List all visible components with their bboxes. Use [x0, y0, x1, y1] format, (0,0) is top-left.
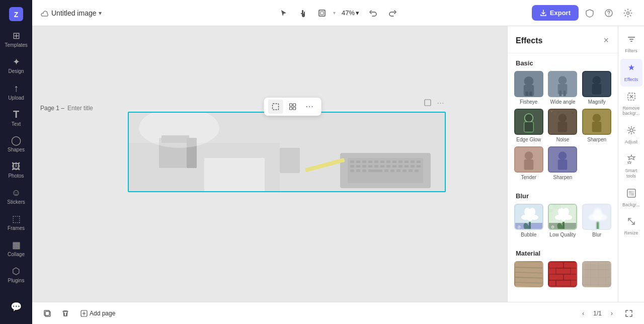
effect-tender[interactable]: Tender: [514, 146, 544, 180]
svg-point-83: [593, 114, 601, 122]
svg-point-59: [524, 76, 534, 86]
svg-rect-135: [564, 286, 577, 287]
effect-edgeglow[interactable]: Edge Glow: [514, 109, 544, 142]
rt-remove-bg[interactable]: Remove backgr...: [620, 88, 642, 121]
shield-icon-btn[interactable]: [582, 5, 598, 21]
effect-lowquality[interactable]: ⚙ Low Quality: [548, 204, 578, 237]
effect-material-2[interactable]: [548, 261, 578, 289]
svg-rect-79: [573, 112, 574, 113]
collage-icon: ▦: [12, 240, 21, 250]
canvas-frame[interactable]: [128, 112, 446, 192]
redo-icon: [388, 9, 396, 17]
effect-bubble[interactable]: ⚙ Bubble: [514, 204, 544, 237]
grid-layout-button[interactable]: [285, 100, 300, 114]
select-tool-button[interactable]: [276, 5, 292, 21]
effect-wideangle[interactable]: Wide angle: [548, 71, 578, 105]
fullscreen-icon: [625, 309, 633, 317]
svg-rect-34: [356, 165, 360, 168]
rt-filters[interactable]: Filters: [620, 30, 642, 58]
effect-sharpen2[interactable]: Sharpen: [548, 146, 578, 180]
effect-fisheye[interactable]: Fisheye: [514, 71, 544, 105]
svg-rect-23: [362, 160, 366, 163]
svg-point-86: [524, 151, 533, 160]
prev-page-button[interactable]: ‹: [577, 307, 589, 319]
sidebar-item-label: Collage: [8, 252, 25, 257]
prev-icon: ‹: [582, 310, 584, 317]
svg-rect-120: [515, 262, 543, 287]
rt-resize[interactable]: Resize: [620, 212, 642, 240]
svg-rect-108: [553, 205, 557, 209]
sidebar-item-text[interactable]: T Text: [0, 105, 32, 131]
sidebar-item-design[interactable]: ✦ Design: [0, 52, 32, 78]
sidebar-item-upload[interactable]: ↑ Upload: [0, 78, 32, 105]
app-logo[interactable]: Z: [6, 4, 26, 24]
canvas-more-icon[interactable]: ···: [436, 98, 446, 108]
effect-sharpen1[interactable]: Sharpen: [582, 109, 612, 142]
zoom-control[interactable]: 47% ▾: [339, 7, 362, 19]
fullscreen-button[interactable]: [622, 306, 636, 320]
canvas-scene: [129, 113, 446, 192]
svg-rect-21: [350, 160, 354, 163]
effects-close-button[interactable]: ×: [602, 34, 610, 47]
svg-rect-42: [405, 165, 409, 168]
sidebar-item-photos[interactable]: 🖼 Photos: [0, 157, 32, 183]
svg-rect-81: [558, 122, 568, 132]
stickers-icon: ☺: [12, 188, 21, 197]
sidebar-item-templates[interactable]: ⊞ Templates: [0, 26, 32, 52]
doc-title-text: Untitled image: [51, 9, 97, 17]
more-options-button[interactable]: ···: [302, 100, 317, 114]
canvas-settings-icon[interactable]: [423, 98, 433, 108]
sidebar-item-chat[interactable]: 💬: [0, 294, 32, 320]
svg-rect-18: [280, 148, 300, 173]
redo-button[interactable]: [384, 5, 400, 21]
undo-button[interactable]: [365, 5, 381, 21]
sidebar-item-stickers[interactable]: ☺ Stickers: [0, 183, 32, 209]
settings-icon-btn[interactable]: [620, 5, 636, 21]
smart-tools-icon: [626, 154, 636, 167]
svg-rect-48: [368, 170, 382, 172]
effect-magnify[interactable]: Magnify: [582, 71, 612, 105]
shield-icon: [585, 9, 594, 18]
add-page-button[interactable]: Add page: [76, 308, 119, 319]
effect-noise[interactable]: Noise: [548, 109, 578, 142]
filters-label: Filters: [625, 48, 637, 54]
help-icon-btn[interactable]: [601, 5, 617, 21]
frame-tool-button[interactable]: [314, 5, 330, 21]
effects-rt-label: Effects: [624, 77, 638, 83]
rt-adjust[interactable]: Adjust: [620, 121, 642, 149]
svg-rect-46: [356, 170, 360, 172]
next-page-button[interactable]: ›: [606, 307, 618, 319]
sidebar-item-shapes[interactable]: ◯ Shapes: [0, 131, 32, 157]
page-title-input[interactable]: [67, 105, 108, 112]
svg-rect-3: [320, 12, 324, 15]
sidebar-item-collage[interactable]: ▦ Collage: [0, 235, 32, 262]
material2-thumb: [548, 261, 577, 287]
svg-point-80: [558, 114, 567, 122]
sidebar-item-label: Frames: [8, 225, 25, 231]
sidebar-item-label: Text: [12, 121, 21, 127]
duplicate-page-button[interactable]: [40, 306, 54, 320]
material-effects-grid: [508, 261, 618, 295]
effect-material-3[interactable]: [582, 261, 612, 289]
svg-point-69: [593, 76, 601, 85]
effect-material-1[interactable]: [514, 261, 544, 289]
hand-tool-button[interactable]: [295, 5, 311, 21]
sidebar-item-plugins[interactable]: ⬡ Plugins: [0, 262, 32, 288]
blur-section-title: Blur: [508, 186, 618, 204]
svg-rect-40: [392, 165, 396, 168]
effect-blur[interactable]: Blur: [582, 204, 612, 237]
svg-point-89: [558, 151, 567, 160]
sidebar-item-frames[interactable]: ⬚ Frames: [0, 209, 32, 235]
export-button[interactable]: Export: [532, 5, 579, 21]
rt-effects[interactable]: Effects: [620, 59, 642, 87]
svg-rect-10: [290, 107, 292, 110]
select-frame-button[interactable]: [268, 100, 283, 114]
svg-text:⚙: ⚙: [551, 225, 554, 229]
rt-smart-tools[interactable]: Smart tools: [620, 150, 642, 183]
rt-background[interactable]: Backgr...: [620, 184, 642, 212]
lowquality-label: Low Quality: [549, 232, 576, 237]
cloud-icon: [40, 9, 49, 18]
sidebar-item-label: Photos: [8, 173, 24, 179]
doc-title[interactable]: Untitled image ▾: [40, 9, 102, 18]
delete-page-button[interactable]: [58, 306, 72, 320]
